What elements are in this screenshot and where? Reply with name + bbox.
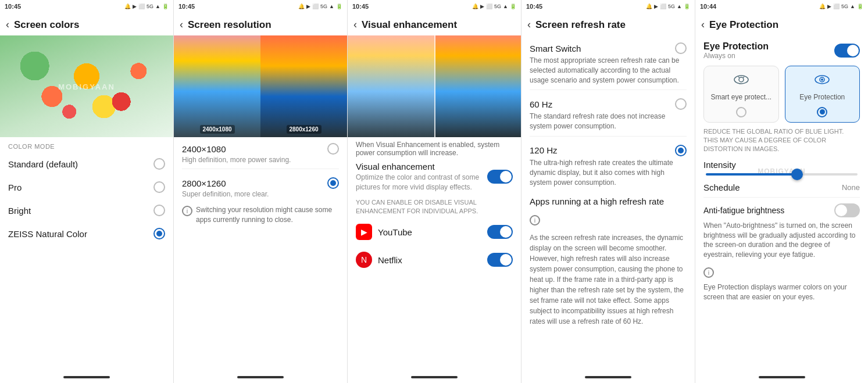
ve-preview-image [348, 35, 521, 137]
color-option-pro-radio[interactable] [153, 181, 165, 193]
ep-card-eye-radio[interactable] [817, 107, 827, 117]
status-bar-5: 10:44 🔔 ▶ ⬜ 5G ▲ 🔋 [695, 0, 868, 13]
status-bar-1: 10:45 🔔 ▶ ⬜ 5G ▲ 🔋 [0, 0, 173, 13]
anti-fatigue-toggle[interactable] [834, 203, 860, 217]
res-image-label-1: 2400x1080 [199, 125, 234, 134]
netflix-toggle[interactable] [487, 253, 513, 267]
refresh-60hz[interactable]: 60 Hz The standard refresh rate does not… [521, 91, 695, 135]
ep-toggle[interactable] [834, 44, 860, 58]
back-button-4[interactable]: ‹ [527, 19, 531, 31]
res-option-2800-radio[interactable] [327, 177, 339, 189]
battery-icon-4: 🔋 [684, 3, 690, 9]
wifi-icon-5: ▲ [850, 3, 855, 9]
ep-card-eye[interactable]: Eye Protection [785, 66, 860, 123]
res-image-bg-2 [260, 35, 347, 137]
color-option-pro-label: Pro [8, 182, 22, 192]
svg-line-2 [738, 77, 740, 78]
signal-icon: 5G [147, 3, 153, 9]
intensity-label: Intensity [703, 160, 860, 170]
ep-divider [703, 197, 860, 198]
res-option-2400-title: 2400×1080 [182, 144, 226, 154]
refresh-smart-radio[interactable] [675, 42, 687, 54]
media-icon-4: ▶ [654, 3, 658, 9]
back-button-3[interactable]: ‹ [353, 19, 357, 31]
time-4: 10:45 [526, 3, 542, 10]
youtube-row[interactable]: ▶ YouTube [348, 218, 521, 246]
netflix-row-left: N Netflix [356, 252, 402, 268]
ep-card-smart-icon [734, 73, 749, 90]
res-option-2800[interactable]: 2800×1260 Super definition, more clear. [174, 171, 347, 201]
color-option-bright-radio[interactable] [153, 205, 165, 216]
bottom-bar-5 [759, 376, 805, 378]
ve-toggle[interactable] [487, 170, 513, 184]
back-button-2[interactable]: ‹ [180, 19, 183, 31]
res-option-2800-title: 2800×1260 [182, 178, 226, 188]
ep-title: Eye Protection [703, 41, 769, 52]
intensity-thumb[interactable] [791, 169, 803, 180]
anti-fatigue-row: Anti-fatigue brightness [695, 201, 868, 219]
youtube-icon: ▶ [356, 224, 372, 240]
refresh-smart-title: Smart Switch [530, 44, 581, 53]
color-option-zeiss[interactable]: ZEISS Natural Color [0, 222, 173, 245]
back-button-1[interactable]: ‹ [6, 19, 9, 31]
time-1: 10:45 [5, 3, 21, 10]
status-icons-4: 🔔 ▶ ⬜ 5G ▲ 🔋 [646, 3, 690, 9]
intensity-slider[interactable] [706, 173, 858, 176]
refresh-120hz-title: 120 Hz [530, 145, 558, 155]
screen-icon-2: ⬜ [312, 3, 319, 9]
panel3-header: ‹ Visual enhancement [348, 13, 521, 35]
color-option-standard-radio[interactable] [153, 158, 165, 170]
notification-icon-5: 🔔 [819, 3, 826, 9]
refresh-60hz-radio[interactable] [675, 98, 687, 110]
refresh-120hz-radio[interactable] [675, 145, 687, 156]
res-option-2400[interactable]: 2400×1080 High definition, more power sa… [174, 137, 347, 166]
ep-card-smart-radio[interactable] [736, 107, 746, 117]
color-option-standard[interactable]: Standard (default) [0, 152, 173, 176]
res-image-1: 2400x1080 [174, 35, 260, 137]
eye-protection-panel: 10:44 🔔 ▶ ⬜ 5G ▲ 🔋 ‹ Eye Protection Eye … [695, 0, 868, 383]
svg-point-1 [739, 77, 744, 82]
status-bar-3: 10:45 🔔 ▶ ⬜ 5G ▲ 🔋 [348, 0, 521, 13]
res-option-2400-radio[interactable] [327, 143, 339, 155]
ep-reduce-text: REDUCE THE GLOBAL RATIO OF BLUE LIGHT. T… [695, 125, 868, 158]
wifi-icon-2: ▲ [329, 3, 334, 9]
battery-icon: 🔋 [162, 3, 169, 9]
bottom-bar-2 [237, 376, 284, 378]
back-button-5[interactable]: ‹ [701, 19, 705, 31]
notification-icon: 🔔 [124, 3, 131, 9]
netflix-icon: N [356, 252, 372, 268]
color-option-zeiss-radio[interactable] [153, 228, 165, 239]
ep-card-smart[interactable]: Smart eye protect... [703, 66, 779, 123]
color-option-pro[interactable]: Pro [0, 176, 173, 199]
anti-fatigue-label: Anti-fatigue brightness [703, 206, 784, 215]
netflix-row[interactable]: N Netflix [348, 246, 521, 274]
anti-fatigue-desc: When "Auto-brightness" is turned on, the… [695, 220, 868, 263]
intensity-row: Intensity MOBIGYAAN [695, 158, 868, 180]
panel1-header: ‹ Screen colors [0, 13, 173, 35]
refresh-smart-switch[interactable]: Smart Switch The most appropriate screen… [521, 35, 695, 88]
ep-always-on: Always on [703, 52, 769, 60]
panel5-header: ‹ Eye Protection [695, 13, 868, 35]
youtube-toggle[interactable] [487, 225, 513, 239]
res-option-2800-desc: Super definition, more clear. [182, 190, 339, 198]
refresh-divider-1 [530, 90, 687, 90]
schedule-row[interactable]: Schedule None [695, 180, 868, 194]
ve-image-divider [434, 35, 435, 137]
panel1-title: Screen colors [14, 19, 79, 31]
refresh-120hz[interactable]: 120 Hz The ultra-high refresh rate creat… [521, 138, 695, 191]
fruit-image-inner [0, 35, 173, 137]
signal-icon-3: 5G [494, 3, 501, 9]
refresh-divider-2 [530, 136, 687, 137]
ve-consume-note: When Visual Enhancement is enabled, syst… [348, 137, 521, 158]
res-images: 2400x1080 2800x1260 [174, 35, 347, 137]
ep-bottom-note: Eye Protection displays warmer colors on… [695, 281, 868, 306]
color-option-bright[interactable]: Bright [0, 199, 173, 222]
screen-icon-5: ⬜ [833, 3, 840, 9]
refresh-smart-desc: The most appropriate screen refresh rate… [530, 56, 687, 85]
res-image-2: 2800x1260 [260, 35, 347, 137]
color-option-zeiss-label: ZEISS Natural Color [8, 229, 87, 239]
info-icon-ep: i [703, 267, 714, 278]
time-2: 10:45 [178, 3, 195, 10]
refresh-60hz-title: 60 Hz [530, 99, 552, 109]
color-option-standard-label: Standard (default) [8, 159, 78, 169]
